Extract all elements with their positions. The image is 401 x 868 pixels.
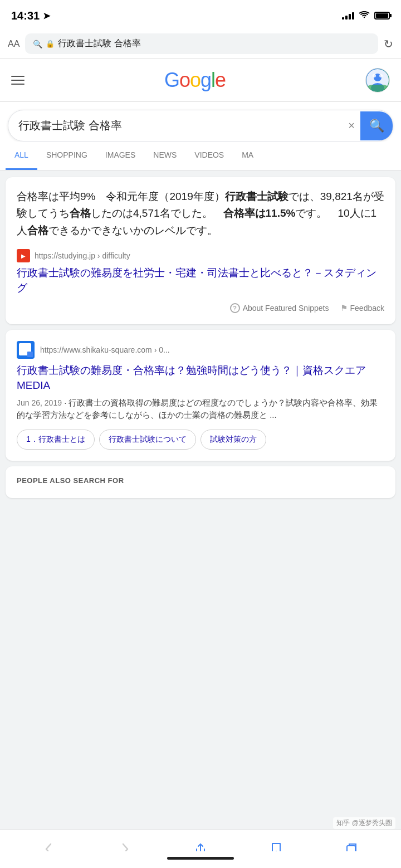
tab-news[interactable]: NEWS	[144, 142, 185, 170]
lock-icon: 🔒	[46, 40, 55, 48]
people-also-search-section: PEOPLE ALSO SEARCH FOR	[6, 466, 395, 498]
shikaku-favicon	[17, 341, 35, 359]
url-text: 行政書士試験 合格率	[58, 38, 370, 50]
tab-all[interactable]: ALL	[6, 142, 37, 170]
home-bar	[167, 857, 234, 860]
svg-point-5	[379, 74, 383, 77]
result-description: Jun 26, 2019 · 行政書士の資格取得の難易度はどの程度なのでしょうか…	[17, 397, 384, 422]
status-icons	[342, 11, 390, 21]
about-snippets-button[interactable]: ? About Featured Snippets	[230, 303, 329, 313]
hamburger-menu-button[interactable]	[11, 76, 25, 85]
status-bar: 14:31 ➤	[0, 0, 401, 29]
studying-favicon	[17, 249, 30, 262]
source-row: https://studying.jp › difficulty	[17, 249, 384, 262]
status-time: 14:31 ➤	[11, 9, 50, 22]
people-also-search-title: PEOPLE ALSO SEARCH FOR	[17, 476, 384, 485]
url-bar[interactable]: 🔍 🔒 行政書士試験 合格率	[25, 33, 378, 54]
about-icon: ?	[230, 303, 240, 313]
watermark: 知乎 @逐梦秃头圈	[333, 817, 395, 829]
source-url: https://studying.jp › difficulty	[35, 251, 130, 260]
chip-1[interactable]: 1．行政書士とは	[17, 430, 95, 450]
featured-snippet-card: 合格率は平均9% 令和元年度（2019年度）行政書士試験では、39,821名が受…	[6, 177, 395, 324]
result-chips: 1．行政書士とは 行政書士試験について 試験対策の方	[17, 430, 384, 450]
result-date: Jun 26, 2019	[17, 398, 62, 407]
snippet-text: 合格率は平均9% 令和元年度（2019年度）行政書士試験では、39,821名が受…	[17, 188, 384, 239]
result-title-link[interactable]: 行政書士試験の難易度・合格率は？勉強時間はどう使う？｜資格スクエア MEDIA	[17, 363, 384, 393]
wifi-icon	[359, 11, 370, 21]
signal-bars-icon	[342, 12, 354, 19]
feedback-label: Feedback	[350, 304, 384, 313]
feedback-row: ? About Featured Snippets ⚑ Feedback	[17, 303, 384, 313]
source-title-link[interactable]: 行政書士試験の難易度を社労士・宅建・司法書士と比べると？－スタディング	[17, 266, 384, 295]
tab-images[interactable]: IMAGES	[96, 142, 144, 170]
chip-2[interactable]: 行政書士試験について	[99, 430, 196, 450]
search-box[interactable]: 行政書士試験 合格率 × 🔍	[8, 110, 393, 142]
second-result-card: https://www.shikaku-square.com › 0... 行政…	[6, 330, 395, 460]
svg-rect-3	[366, 85, 389, 91]
clear-search-button[interactable]: ×	[348, 119, 355, 132]
feedback-button[interactable]: ⚑ Feedback	[340, 303, 384, 313]
home-indicator	[0, 851, 401, 868]
chip-3[interactable]: 試験対策の方	[200, 430, 266, 450]
avatar[interactable]	[365, 68, 390, 92]
battery-icon	[374, 12, 390, 19]
about-label: About Featured Snippets	[243, 304, 329, 313]
refresh-button[interactable]: ↻	[384, 37, 393, 51]
tab-videos[interactable]: VIDEOS	[185, 142, 233, 170]
google-header: Google	[0, 59, 401, 102]
search-query-text: 行政書士試験 合格率	[18, 118, 343, 133]
svg-point-4	[373, 74, 376, 77]
search-tabs: ALL SHOPPING IMAGES NEWS VIDEOS MA	[0, 142, 401, 170]
result-meta: https://www.shikaku-square.com › 0...	[17, 341, 384, 359]
google-logo: Google	[164, 69, 226, 92]
result-url: https://www.shikaku-square.com › 0...	[40, 345, 170, 354]
tab-more[interactable]: MA	[233, 142, 262, 170]
search-button[interactable]: 🔍	[360, 111, 393, 140]
search-box-container: 行政書士試験 合格率 × 🔍	[0, 102, 401, 142]
address-bar[interactable]: AA 🔍 🔒 行政書士試験 合格率 ↻	[0, 29, 401, 59]
location-arrow-icon: ➤	[43, 11, 50, 21]
search-submit-icon: 🔍	[369, 119, 384, 133]
result-desc-text: · 行政書士の資格取得の難易度はどの程度なのでしょうか？試験内容や合格率、効果的…	[17, 398, 378, 420]
flag-icon: ⚑	[340, 303, 348, 313]
tab-shopping[interactable]: SHOPPING	[37, 142, 96, 170]
text-size-button[interactable]: AA	[8, 39, 19, 49]
search-icon: 🔍	[33, 40, 42, 48]
search-results: 合格率は平均9% 令和元年度（2019年度）行政書士試験では、39,821名が受…	[0, 170, 401, 505]
